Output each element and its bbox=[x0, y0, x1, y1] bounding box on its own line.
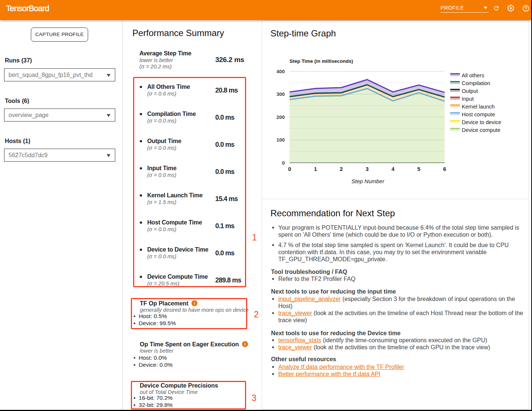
svg-text:200: 200 bbox=[276, 114, 285, 120]
svg-text:100: 100 bbox=[276, 137, 285, 143]
svg-text:All others: All others bbox=[462, 72, 484, 78]
svg-text:Step Time (in milliseconds): Step Time (in milliseconds) bbox=[290, 58, 353, 64]
svg-text:300: 300 bbox=[276, 91, 285, 97]
svg-text:Kernel launch: Kernel launch bbox=[462, 104, 495, 110]
svg-text:5: 5 bbox=[417, 166, 420, 172]
svg-text:400: 400 bbox=[276, 69, 285, 74]
svg-text:1: 1 bbox=[314, 166, 317, 172]
svg-text:Device to device: Device to device bbox=[462, 119, 501, 125]
svg-text:Output: Output bbox=[462, 88, 478, 94]
svg-text:0: 0 bbox=[282, 160, 285, 166]
svg-text:3: 3 bbox=[365, 166, 368, 172]
svg-text:4: 4 bbox=[391, 166, 394, 172]
svg-text:Step Number: Step Number bbox=[351, 178, 384, 184]
svg-text:2: 2 bbox=[340, 166, 343, 172]
svg-text:Input: Input bbox=[462, 96, 474, 102]
svg-text:Device compute: Device compute bbox=[462, 127, 500, 133]
svg-text:0: 0 bbox=[288, 166, 291, 172]
svg-text:6: 6 bbox=[443, 166, 446, 172]
svg-text:Host compute: Host compute bbox=[462, 111, 495, 117]
svg-text:Compilation: Compilation bbox=[462, 80, 490, 86]
